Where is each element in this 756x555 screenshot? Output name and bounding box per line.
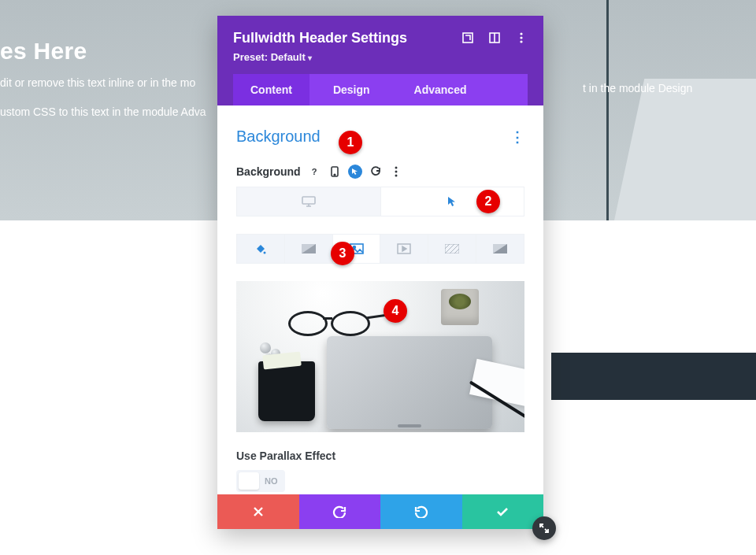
annotation-badge-4: 4: [384, 299, 407, 323]
modal-body: Background ⋮ Background ?: [217, 105, 543, 494]
field-kebab-icon[interactable]: [389, 165, 403, 179]
panel-toggle-icon[interactable]: [488, 31, 501, 44]
state-desktop[interactable]: [237, 187, 381, 216]
tab-content[interactable]: Content: [233, 74, 309, 105]
svg-point-5: [520, 40, 522, 43]
modal-tabs: Content Design Advanced: [233, 74, 528, 105]
toggle-knob: [239, 472, 259, 490]
preset-selector[interactable]: Preset: Default: [233, 51, 528, 63]
cancel-button[interactable]: [217, 494, 299, 529]
svg-rect-18: [445, 244, 459, 253]
desktop-icon: [302, 196, 316, 207]
modal-title: Fullwidth Header Settings: [233, 30, 407, 46]
svg-point-11: [395, 175, 397, 177]
modal-header: Fullwidth Header Settings Preset: Defaul…: [217, 16, 543, 105]
modal-action-bar: [217, 494, 543, 529]
annotation-badge-3: 3: [331, 242, 354, 265]
close-icon: [253, 506, 264, 517]
bg-tab-pattern[interactable]: [428, 234, 476, 264]
tab-design[interactable]: Design: [309, 74, 394, 105]
field-label: Background: [236, 165, 301, 178]
svg-point-8: [334, 174, 335, 176]
annotation-badge-1: 1: [339, 131, 362, 154]
section-header: Background ⋮: [236, 128, 524, 146]
resize-handle[interactable]: [532, 516, 556, 540]
state-hover[interactable]: [381, 187, 524, 216]
hero-desc-right: t in the module Design: [583, 78, 756, 99]
svg-text:?: ?: [311, 167, 317, 176]
kebab-icon[interactable]: [515, 31, 528, 44]
svg-point-4: [520, 36, 522, 39]
svg-rect-0: [463, 33, 472, 43]
svg-rect-12: [302, 197, 315, 204]
svg-point-13: [263, 252, 265, 254]
parallax-label: Use Parallax Effect: [236, 450, 524, 462]
hero-decor: [614, 79, 756, 220]
bg-tab-gradient[interactable]: [285, 234, 333, 264]
annotation-badge-2: 2: [476, 190, 500, 213]
expand-icon[interactable]: [461, 31, 474, 44]
bg-tab-mask[interactable]: [476, 234, 524, 264]
hero-decor-stripe: [606, 0, 609, 220]
toggle-value-label: NO: [265, 476, 278, 486]
preview-wallet: [258, 361, 315, 421]
bg-tab-color[interactable]: [236, 234, 285, 264]
parallax-toggle[interactable]: NO: [236, 470, 285, 492]
background-type-tabs: [236, 234, 524, 264]
hover-icon[interactable]: [348, 165, 362, 179]
preview-plant: [441, 289, 479, 325]
page-dark-block: [551, 353, 756, 400]
svg-point-3: [520, 32, 522, 35]
svg-point-9: [395, 167, 397, 169]
undo-button[interactable]: [299, 494, 381, 529]
tab-advanced[interactable]: Advanced: [394, 74, 484, 105]
preview-glasses: [288, 306, 375, 336]
undo-icon: [332, 505, 346, 518]
svg-point-10: [395, 171, 397, 173]
preview-coin: [260, 342, 271, 353]
help-icon[interactable]: ?: [307, 165, 321, 179]
section-menu-icon[interactable]: ⋮: [510, 128, 524, 146]
field-label-row: Background ?: [236, 165, 524, 179]
background-image-preview[interactable]: [236, 281, 524, 432]
redo-button[interactable]: [380, 494, 462, 529]
check-icon: [496, 507, 509, 516]
cursor-icon: [447, 196, 457, 207]
preview-laptop: [327, 336, 492, 429]
section-title[interactable]: Background: [236, 128, 321, 146]
bg-tab-video[interactable]: [380, 234, 428, 264]
module-settings-modal: Fullwidth Header Settings Preset: Defaul…: [217, 16, 543, 529]
save-button[interactable]: [462, 494, 544, 529]
reset-icon[interactable]: [369, 165, 383, 179]
resize-icon: [539, 523, 550, 534]
phone-icon[interactable]: [328, 165, 342, 179]
redo-icon: [414, 505, 428, 518]
modal-header-actions: [461, 30, 528, 44]
